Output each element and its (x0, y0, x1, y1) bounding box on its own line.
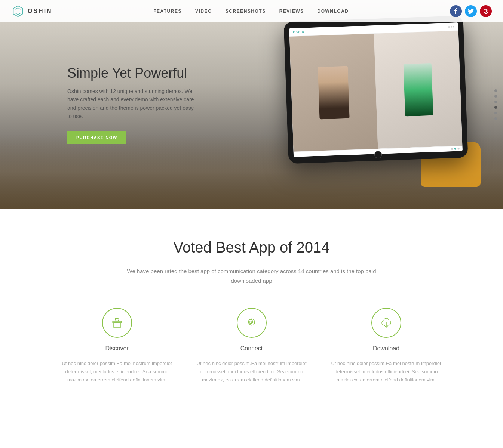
twitter-button[interactable] (465, 5, 477, 17)
tablet-header-nav: ■ ■ ■ (448, 25, 455, 28)
tablet-person-right (403, 63, 433, 117)
hero-description: Oshin comes with 12 unique and stunning … (67, 87, 194, 121)
svg-marker-1 (15, 8, 21, 15)
nav-reviews[interactable]: REVIEWS (279, 9, 304, 14)
tablet-frame: OSHIN ■ ■ ■ (284, 16, 468, 164)
hero-content: Simple Yet Powerful Oshin comes with 12 … (0, 65, 194, 145)
navbar: OSHIN FEATURES VIDEO SCREENSHOTS REVIEWS… (0, 0, 503, 22)
logo-text: OSHIN (28, 8, 52, 15)
connect-icon-circle (237, 308, 267, 338)
connect-description: Ut nec hinc dolor possim.Ea mei nostrum … (196, 359, 308, 384)
tablet-dot-2 (454, 148, 456, 150)
pinterest-button[interactable] (480, 5, 492, 17)
download-title: Download (373, 345, 399, 352)
discover-icon-circle (102, 308, 132, 338)
hero-title: Simple Yet Powerful (67, 65, 194, 81)
social-icons (450, 5, 492, 17)
tablet-dot-3 (458, 148, 460, 149)
gift-icon (111, 317, 123, 329)
side-dot-1[interactable] (494, 89, 497, 92)
tablet-logo: OSHIN (293, 30, 304, 34)
logo[interactable]: OSHIN (11, 4, 52, 18)
nav-features[interactable]: FEATURES (153, 9, 182, 14)
purchase-now-button[interactable]: PURCHASE NOW (67, 131, 126, 144)
side-dot-2[interactable] (494, 95, 497, 98)
discover-title: Discover (105, 345, 128, 352)
side-dot-4[interactable] (494, 106, 497, 109)
discover-description: Ut nec hinc dolor possim.Ea mei nostrum … (61, 359, 173, 384)
tablet-photo-right (374, 31, 463, 149)
side-dot-3[interactable] (494, 101, 497, 103)
hero-section: Simple Yet Powerful Oshin comes with 12 … (0, 0, 503, 209)
download-icon-circle (371, 308, 401, 338)
logo-icon (11, 4, 25, 18)
tablet-home-button (374, 151, 382, 159)
tablet-screen: OSHIN ■ ■ ■ (289, 22, 463, 157)
side-dot-6[interactable] (494, 117, 497, 120)
feature-card-discover: Discover Ut nec hinc dolor possim.Ea mei… (61, 308, 173, 384)
tablet-dot-1 (451, 148, 453, 150)
nav-links: FEATURES VIDEO SCREENSHOTS REVIEWS DOWNL… (153, 9, 349, 14)
nav-screenshots[interactable]: SCREENSHOTS (226, 9, 266, 14)
download-description: Ut nec hinc dolor possim.Ea mei nostrum … (330, 359, 442, 384)
tablet-person-left (318, 66, 350, 120)
connect-title: Connect (240, 345, 263, 352)
facebook-button[interactable] (450, 5, 462, 17)
features-subtitle: We have been rated the best app of commu… (125, 266, 379, 285)
svg-marker-0 (13, 6, 22, 17)
nav-video[interactable]: VIDEO (195, 9, 212, 14)
hero-tablet-image: OSHIN ■ ■ ■ (286, 19, 466, 161)
feature-card-download: Download Ut nec hinc dolor possim.Ea mei… (330, 308, 442, 384)
tablet-screen-content (289, 31, 462, 152)
cloud-download-icon (380, 317, 392, 329)
tablet-photo-left (289, 34, 378, 152)
spiral-icon (246, 317, 258, 329)
feature-cards: Discover Ut nec hinc dolor possim.Ea mei… (46, 308, 457, 384)
features-title: Voted Best App of 2014 (15, 239, 488, 256)
side-dot-5[interactable] (494, 112, 497, 114)
hero-side-dots (494, 89, 497, 120)
feature-card-connect: Connect Ut nec hinc dolor possim.Ea mei … (196, 308, 308, 384)
nav-download[interactable]: DOWNLOAD (318, 9, 349, 14)
features-section: Voted Best App of 2014 We have been rate… (0, 209, 503, 407)
